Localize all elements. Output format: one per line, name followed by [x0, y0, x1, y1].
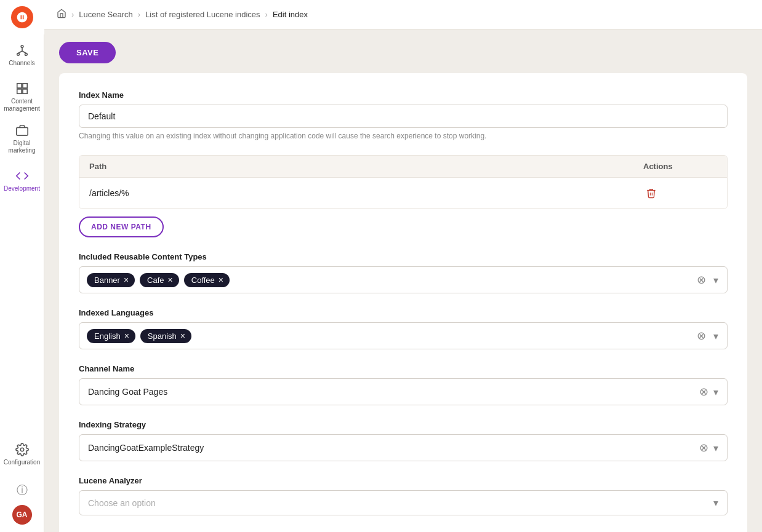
- remove-english-button[interactable]: ×: [124, 332, 129, 340]
- clear-content-types-button[interactable]: ⊗: [696, 272, 707, 288]
- sidebar: Channels Content management Digital mark…: [0, 0, 44, 532]
- channel-name-select[interactable]: Dancing Goat Pages ⊗ ▾: [79, 378, 728, 405]
- sidebar-bottom: Configuration ⓘ GA: [0, 434, 44, 532]
- expand-channel-button[interactable]: ▾: [713, 386, 718, 398]
- clear-channel-button[interactable]: ⊗: [699, 385, 708, 399]
- content-types-group: Included Reusable Content Types Banner ×…: [79, 252, 728, 293]
- breadcrumb-list-indices[interactable]: List of registered Lucene indices: [145, 10, 260, 19]
- languages-controls: ⊗ ▾: [696, 328, 720, 344]
- sidebar-item-development-label: Development: [4, 185, 40, 193]
- channel-name-group: Channel Name Dancing Goat Pages ⊗ ▾: [79, 364, 728, 405]
- toolbar: SAVE: [44, 30, 762, 73]
- expand-content-types-button[interactable]: ▾: [712, 273, 720, 287]
- path-actions: [643, 185, 717, 201]
- indexing-strategy-select[interactable]: DancingGoatExampleStrategy ⊗ ▾: [79, 434, 728, 461]
- lucene-analyzer-placeholder: Choose an option: [88, 498, 713, 508]
- tag-banner: Banner ×: [87, 273, 135, 287]
- content-types-label: Included Reusable Content Types: [79, 252, 728, 261]
- tag-spanish: Spanish ×: [140, 329, 191, 343]
- index-name-helper: Changing this value on an existing index…: [79, 132, 728, 140]
- delete-path-button[interactable]: [643, 185, 659, 201]
- sidebar-item-configuration[interactable]: Configuration: [0, 434, 44, 475]
- indexing-strategy-controls: ⊗ ▾: [699, 441, 718, 455]
- form-card: Index Name Changing this value on an exi…: [59, 73, 747, 532]
- indexing-strategy-group: Indexing Strategy DancingGoatExampleStra…: [79, 420, 728, 461]
- remove-cafe-button[interactable]: ×: [168, 276, 173, 284]
- sidebar-item-content-label: Content management: [0, 98, 44, 113]
- sidebar-item-content-management[interactable]: Content management: [0, 76, 44, 118]
- content-types-controls: ⊗ ▾: [696, 272, 720, 288]
- languages-group: Indexed Languages English × Spanish × ⊗ …: [79, 308, 728, 349]
- lucene-analyzer-label: Lucene Analyzer: [79, 476, 728, 485]
- remove-coffee-button[interactable]: ×: [219, 276, 223, 284]
- remove-banner-button[interactable]: ×: [124, 276, 129, 284]
- tag-english: English ×: [87, 329, 135, 343]
- clear-strategy-button[interactable]: ⊗: [699, 441, 708, 455]
- remove-spanish-button[interactable]: ×: [180, 332, 185, 340]
- sidebar-item-development[interactable]: Development: [0, 160, 44, 202]
- table-row: /articles/%: [79, 178, 727, 208]
- sidebar-item-channels-label: Channels: [9, 60, 34, 67]
- breadcrumb-sep-3: ›: [265, 10, 268, 19]
- channel-name-controls: ⊗ ▾: [699, 385, 718, 399]
- logo-icon: [11, 6, 33, 28]
- col-actions-header: Actions: [643, 162, 717, 171]
- index-name-group: Index Name Changing this value on an exi…: [79, 90, 728, 140]
- breadcrumb-lucene-search[interactable]: Lucene Search: [79, 10, 132, 19]
- index-name-label: Index Name: [79, 90, 728, 100]
- save-button[interactable]: SAVE: [59, 42, 116, 63]
- svg-line-5: [22, 51, 26, 54]
- breadcrumb-sep-1: ›: [71, 10, 74, 19]
- add-new-path-button[interactable]: ADD NEW PATH: [79, 216, 164, 237]
- sidebar-item-config-label: Configuration: [4, 459, 40, 466]
- svg-line-4: [18, 51, 22, 54]
- svg-point-1: [17, 54, 19, 56]
- path-table: Path Actions /articles/%: [79, 155, 728, 209]
- tag-coffee: Coffee ×: [184, 273, 230, 287]
- col-path-header: Path: [89, 162, 643, 171]
- content-area: SAVE Index Name Changing this value on a…: [44, 30, 762, 532]
- main-area: › Lucene Search › List of registered Luc…: [44, 0, 762, 532]
- languages-input[interactable]: English × Spanish × ⊗ ▾: [79, 322, 728, 349]
- svg-point-11: [20, 448, 24, 451]
- info-icon[interactable]: ⓘ: [14, 480, 30, 500]
- indexing-strategy-value: DancingGoatExampleStrategy: [88, 443, 699, 453]
- svg-rect-6: [17, 84, 21, 88]
- index-name-input[interactable]: [79, 105, 728, 128]
- lucene-analyzer-group: Lucene Analyzer Choose an option ▾: [79, 476, 728, 515]
- sidebar-item-marketing-label: Digital marketing: [0, 140, 44, 154]
- expand-analyzer-button[interactable]: ▾: [713, 497, 718, 509]
- sidebar-item-channels[interactable]: Channels: [0, 34, 44, 76]
- tag-cafe: Cafe ×: [140, 273, 179, 287]
- expand-strategy-button[interactable]: ▾: [713, 442, 718, 454]
- path-value: /articles/%: [89, 188, 643, 198]
- sidebar-item-digital-marketing[interactable]: Digital marketing: [0, 118, 44, 160]
- channel-name-value: Dancing Goat Pages: [88, 387, 699, 397]
- svg-rect-7: [22, 84, 26, 88]
- expand-languages-button[interactable]: ▾: [712, 329, 720, 343]
- breadcrumb-current: Edit index: [273, 10, 308, 19]
- indexing-strategy-label: Indexing Strategy: [79, 420, 728, 429]
- avatar[interactable]: GA: [12, 505, 32, 525]
- languages-label: Indexed Languages: [79, 308, 728, 317]
- home-icon[interactable]: [57, 9, 66, 20]
- app-logo[interactable]: [0, 0, 44, 34]
- lucene-analyzer-controls: ▾: [713, 497, 718, 509]
- path-group: Path Actions /articles/%: [79, 155, 728, 237]
- lucene-analyzer-select[interactable]: Choose an option ▾: [79, 490, 728, 515]
- path-table-header: Path Actions: [79, 156, 727, 178]
- svg-point-2: [25, 54, 27, 56]
- svg-rect-10: [16, 127, 27, 135]
- svg-rect-9: [22, 89, 26, 93]
- svg-rect-8: [17, 89, 21, 93]
- svg-point-0: [21, 46, 23, 48]
- clear-languages-button[interactable]: ⊗: [696, 328, 707, 344]
- channel-name-label: Channel Name: [79, 364, 728, 373]
- breadcrumb-sep-2: ›: [138, 10, 140, 19]
- topbar: › Lucene Search › List of registered Luc…: [44, 0, 762, 30]
- content-types-input[interactable]: Banner × Cafe × Coffee × ⊗ ▾: [79, 266, 728, 293]
